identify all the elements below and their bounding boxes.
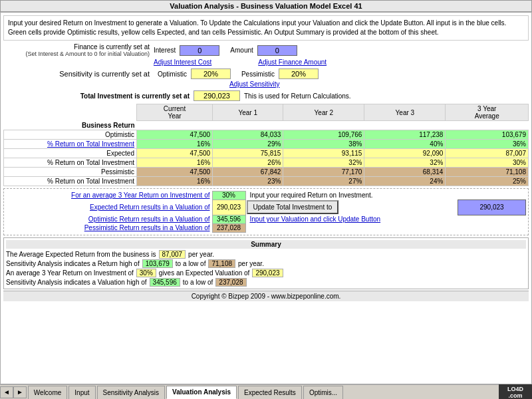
table-row: Expected 47,500 75,815 93,115 92,090 87,… (4, 148, 529, 158)
col-header-year1: Year 1 (213, 104, 283, 121)
opt-pct-yr1: 29% (213, 139, 283, 148)
opt-yr1: 84,033 (213, 130, 283, 139)
optimistic-valuation-value: 345,596 (212, 215, 245, 223)
adjust-interest-link[interactable]: Adjust Interest Cost (154, 59, 211, 66)
opt-avg: 103,679 (446, 130, 529, 139)
pes-yr1: 67,842 (213, 167, 283, 176)
sum-line1a: The Average Expected Return from the bus… (6, 251, 156, 258)
pes-pct-current: 16% (137, 176, 213, 186)
input-note: Input your required Return on Investment… (245, 191, 526, 200)
title-bar: Valuation Analysis - Business Valuation … (0, 0, 532, 12)
update-button[interactable]: Update Total Investment to (247, 200, 339, 214)
optimistic-row-label: Optimistic (4, 130, 137, 139)
expected-row-label: Expected (4, 148, 137, 158)
tab-sensitivity[interactable]: Sensitivity Analysis (97, 386, 165, 399)
opt-pct-avg: 36% (446, 139, 529, 148)
finance-label2: (Set Interest & Amount to 0 for initial … (3, 51, 150, 57)
input-valuation-note[interactable]: Input your Valuation and click Update Bu… (245, 215, 526, 223)
opt-current: 47,500 (137, 130, 213, 139)
expected-valuation-label[interactable]: Expected Return results in a Valuation o… (6, 200, 212, 215)
opt-return-pct-label[interactable]: % Return on Total Investment (4, 139, 137, 148)
col-header-3yr-avg: 3 YearAverage (446, 104, 529, 121)
sum-line2e: per year. (238, 260, 264, 267)
opt-pct-current: 16% (137, 139, 213, 148)
tab-optimistic[interactable]: Optimis... (303, 386, 343, 399)
sum-line4d: 237,028 (215, 278, 246, 287)
sum-line2c: to a low of (176, 260, 206, 267)
col-header-current: CurrentYear (137, 104, 213, 121)
sensitivity-label: Sensitivity is currently set at (3, 70, 150, 78)
tab-bar: ◄ ► Welcome Input Sensitivity Analysis V… (0, 384, 532, 399)
sum-line3c: gives an Expected Valuation of (159, 269, 250, 277)
pessimistic-value[interactable]: 20% (279, 68, 319, 79)
exp-avg: 87,007 (446, 148, 529, 158)
sum-line1c: per year. (188, 251, 214, 258)
optimistic-valuation-label[interactable]: Optimistic Return results in a Valuation… (6, 215, 212, 223)
optimistic-value[interactable]: 20% (191, 68, 231, 79)
sum-line2a: Sensitivity Analysis indicates a Return … (6, 260, 140, 267)
return-update-section: For an average 3 Year Return on Investme… (3, 188, 529, 235)
opt-pct-yr2: 38% (283, 139, 364, 148)
adjust-amount-link[interactable]: Adjust Finance Amount (258, 59, 327, 66)
exp-pct-yr2: 32% (283, 158, 364, 167)
pes-pct-yr1: 23% (213, 176, 283, 186)
interest-value[interactable]: 0 (180, 45, 219, 56)
table-row: Pessimistic 47,500 67,842 77,170 68,314 … (4, 167, 529, 176)
amount-value[interactable]: 0 (257, 45, 297, 56)
adjust-sensitivity-link[interactable]: Adjust Sensitivity (229, 80, 280, 88)
logo: LO4D.com (499, 384, 532, 400)
tab-input[interactable]: Input (68, 386, 95, 399)
col-header-year3: Year 3 (364, 104, 446, 121)
summary-section: Summary The Average Expected Return from… (3, 237, 529, 289)
sum-line1b: 87,007 (159, 250, 186, 259)
tab-valuation[interactable]: Valuation Analysis (166, 386, 237, 399)
sum-line4b: 345,596 (150, 278, 180, 287)
sum-line4a: Sensitivity Analysis indicates a Valuati… (6, 279, 147, 286)
update-value[interactable]: 290,023 (458, 200, 526, 215)
copyright-text: Copyright © Bizpep 2009 - www.bizpeponli… (192, 293, 341, 300)
pes-pct-yr3: 24% (364, 176, 446, 186)
exp-pct-yr3: 32% (364, 158, 446, 167)
opt-yr3: 117,238 (364, 130, 446, 139)
investment-value[interactable]: 290,023 (194, 90, 240, 101)
pessimistic-valuation-label[interactable]: Pessimistic Return results in a Valuatio… (6, 223, 212, 232)
summary-title: Summary (6, 240, 526, 249)
opt-pct-yr3: 40% (364, 139, 446, 148)
table-row: Optimistic 47,500 84,033 109,766 117,238… (4, 130, 529, 139)
exp-pct-yr1: 26% (213, 158, 283, 167)
pes-yr3: 68,314 (364, 167, 446, 176)
pes-current: 47,500 (137, 167, 213, 176)
tab-nav-right[interactable]: ► (13, 386, 27, 398)
content-area: Input your desired Return on Investment … (0, 12, 532, 384)
sum-line3b: 30% (136, 269, 156, 277)
pessimistic-label: Pessimistic (241, 70, 275, 78)
summary-row1: The Average Expected Return from the bus… (6, 250, 526, 259)
update-button-cell: Update Total Investment to (245, 200, 458, 215)
summary-row4: Sensitivity Analysis indicates a Valuati… (6, 278, 526, 287)
pessimistic-row-label: Pessimistic (4, 167, 137, 176)
pes-yr2: 77,170 (283, 167, 364, 176)
exp-return-pct-label: % Return on Total Investment (4, 158, 137, 167)
exp-yr1: 75,815 (213, 148, 283, 158)
sum-line3d: 290,023 (252, 269, 283, 277)
copyright-bar: Copyright © Bizpep 2009 - www.bizpeponli… (3, 291, 529, 301)
sum-line4c: to a low of (183, 279, 213, 286)
exp-yr2: 93,115 (283, 148, 364, 158)
tab-welcome[interactable]: Welcome (28, 386, 68, 399)
pes-avg: 71,108 (446, 167, 529, 176)
tab-expected[interactable]: Expected Results (238, 386, 302, 399)
tab-nav-left[interactable]: ◄ (0, 386, 13, 398)
exp-pct-avg: 30% (446, 158, 529, 167)
summary-row3: An average 3 Year Return on Investment o… (6, 269, 526, 277)
finance-label1: Finance is currently set at (3, 43, 150, 51)
avg-return-label[interactable]: For an average 3 Year Return on Investme… (6, 191, 212, 200)
opt-yr2: 109,766 (283, 130, 364, 139)
business-return-label: Business Return (4, 121, 137, 130)
pes-return-pct-label: % Return on Total Investment (4, 176, 137, 186)
pes-pct-yr2: 27% (283, 176, 364, 186)
optimistic-label: Optimistic (158, 70, 187, 78)
col-header-year2: Year 2 (283, 104, 364, 121)
expected-valuation-value: 290,023 (212, 200, 245, 215)
table-row: % Return on Total Investment 16% 29% 38%… (4, 139, 529, 148)
title-text: Valuation Analysis - Business Valuation … (170, 2, 362, 10)
